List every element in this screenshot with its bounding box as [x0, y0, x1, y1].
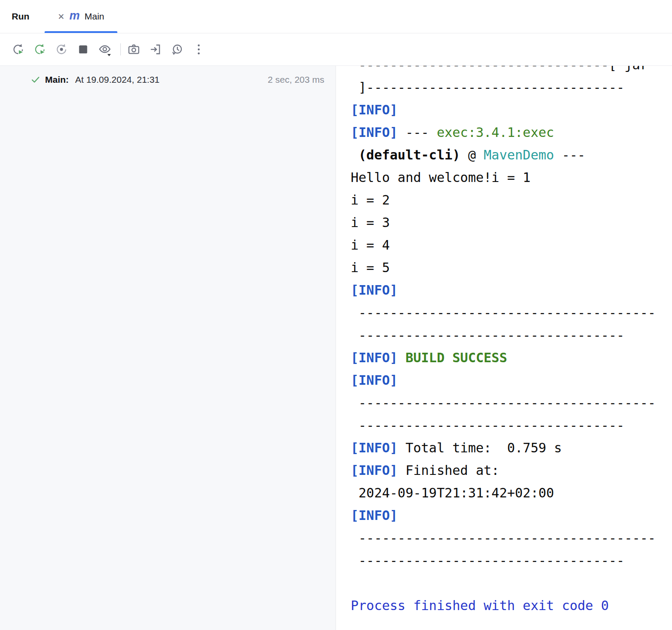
run-toolbar	[0, 33, 672, 66]
console-line: ----------------------------------	[351, 324, 672, 347]
console-line: ----------------------------------	[351, 549, 672, 572]
run-configurations-list: Main: At 19.09.2024, 21:31 2 sec, 203 ms	[0, 66, 336, 630]
resume-button[interactable]	[54, 42, 69, 57]
test-history-icon	[170, 42, 184, 56]
console-line: [INFO] BUILD SUCCESS	[351, 347, 672, 369]
import-test-results-icon	[149, 42, 162, 56]
console-line: i = 3	[351, 211, 672, 234]
run-item-duration: 2 sec, 203 ms	[268, 75, 324, 85]
console-line: --------------------------------------	[351, 302, 672, 324]
console-line: Process finished with exit code 0	[351, 594, 672, 617]
run-list-item-main[interactable]: Main: At 19.09.2024, 21:31 2 sec, 203 ms	[0, 70, 336, 89]
toolbar-separator	[120, 43, 121, 55]
screenshot-icon	[127, 42, 141, 56]
console-output: --------------------------------[ jar ]-…	[351, 66, 672, 617]
console-panel[interactable]: --------------------------------[ jar ]-…	[336, 66, 672, 630]
console-line: 2024-09-19T21:31:42+02:00	[351, 482, 672, 504]
console-line: --------------------------------[ jar	[351, 66, 672, 76]
run-tool-window-header: Run ✕ m Main	[0, 0, 672, 33]
rerun-button[interactable]	[10, 42, 26, 57]
console-line	[351, 572, 672, 594]
rerun-icon	[11, 42, 25, 56]
console-line: i = 5	[351, 257, 672, 279]
console-line: (default-cli) @ MavenDemo ---	[351, 144, 672, 166]
maven-icon: m	[69, 10, 80, 22]
console-line: ]---------------------------------	[351, 76, 672, 99]
resume-icon	[55, 42, 68, 56]
console-line: [INFO]	[351, 369, 672, 392]
success-check-icon	[30, 75, 41, 85]
tab-main[interactable]: ✕ m Main	[45, 0, 117, 33]
console-line: --------------------------------------	[351, 392, 672, 414]
screenshot-button[interactable]	[126, 42, 142, 57]
console-line: --------------------------------------	[351, 527, 672, 549]
console-line: [INFO]	[351, 504, 672, 527]
more-options-button[interactable]	[191, 42, 207, 57]
console-line: i = 2	[351, 189, 672, 211]
close-tab-icon[interactable]: ✕	[58, 13, 65, 21]
import-test-results-button[interactable]	[148, 42, 163, 57]
run-item-timestamp: At 19.09.2024, 21:31	[73, 75, 160, 85]
rerun-failed-tests-button[interactable]	[32, 42, 48, 57]
tab-label: Main	[84, 11, 104, 22]
console-line: [INFO]	[351, 279, 672, 302]
console-line: [INFO] --- exec:3.4.1:exec	[351, 121, 672, 144]
console-line: [INFO]	[351, 99, 672, 121]
stop-icon	[76, 42, 90, 56]
stop-button[interactable]	[75, 42, 91, 57]
console-line: ----------------------------------	[351, 414, 672, 437]
console-line: [INFO] Total time: 0.759 s	[351, 437, 672, 459]
preview-options-button[interactable]	[97, 42, 113, 57]
test-history-button[interactable]	[169, 42, 185, 57]
run-item-name: Main:	[45, 75, 69, 85]
console-line: [INFO] Finished at:	[351, 459, 672, 482]
console-line: Hello and welcome!i = 1	[351, 166, 672, 189]
tool-window-title: Run	[12, 11, 29, 22]
rerun-failed-tests-icon	[33, 42, 47, 56]
preview-options-icon	[98, 42, 112, 56]
run-content: Main: At 19.09.2024, 21:31 2 sec, 203 ms…	[0, 66, 672, 630]
console-line: i = 4	[351, 234, 672, 257]
more-options-icon	[192, 42, 206, 56]
